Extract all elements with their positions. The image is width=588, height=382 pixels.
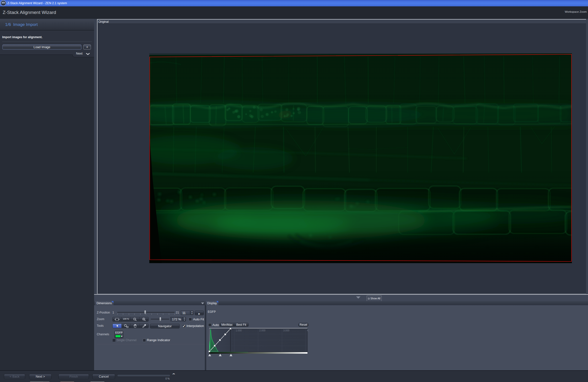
- svg-text:4.: 4.: [307, 329, 309, 332]
- svg-text:1.000: 1.000: [236, 329, 242, 332]
- svg-text:3.000: 3.000: [283, 329, 289, 332]
- svg-text:2.000: 2.000: [259, 329, 265, 332]
